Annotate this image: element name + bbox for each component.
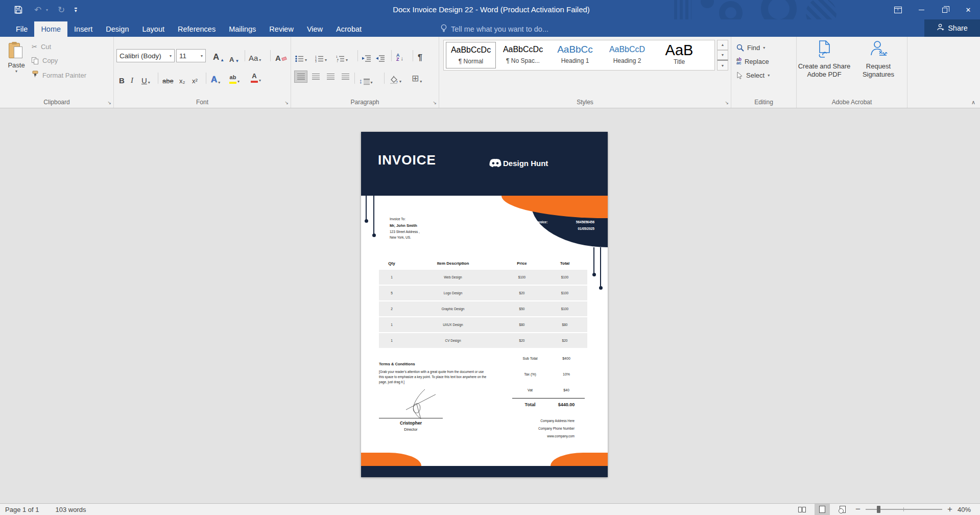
tab-mailings[interactable]: Mailings <box>222 21 262 37</box>
page-count[interactable]: Page 1 of 1 <box>5 506 39 513</box>
request-signatures-button[interactable]: Request Signatures <box>852 40 905 79</box>
text-effects-button[interactable]: A▾ <box>211 72 220 85</box>
find-button[interactable]: Find ▾ <box>736 42 765 53</box>
style-heading-1[interactable]: AaBbCc Heading 1 <box>550 42 600 68</box>
create-share-pdf-button[interactable]: Create and Share Adobe PDF <box>798 40 851 79</box>
styles-scroll-down-icon[interactable]: ▼ <box>717 50 728 60</box>
subscript-button[interactable]: x₂ <box>179 72 185 85</box>
tab-view[interactable]: View <box>300 21 329 37</box>
line-spacing-button[interactable]: ↕ ▾ <box>359 72 373 85</box>
signature-block: Cristopher Director <box>379 418 443 432</box>
align-left-button[interactable] <box>294 71 307 83</box>
format-painter-button[interactable]: Format Painter <box>32 71 86 80</box>
superscript-button[interactable]: x² <box>192 72 198 85</box>
collapse-ribbon-icon[interactable]: ∧ <box>971 99 975 106</box>
close-icon[interactable]: ✕ <box>957 0 980 19</box>
total-label: Total <box>512 402 548 407</box>
right-line-dot <box>592 273 596 276</box>
table-cell: Logo Design <box>404 291 501 295</box>
change-case-button[interactable]: Aa▾ <box>249 49 261 62</box>
print-layout-button[interactable] <box>815 504 830 515</box>
customize-quick-access-icon[interactable]: ▾ <box>75 8 77 12</box>
paste-dropdown-icon[interactable]: ▾ <box>5 69 28 74</box>
lightbulb-icon <box>440 24 447 34</box>
font-name-value: Calibri (Body) <box>119 52 161 60</box>
tab-design[interactable]: Design <box>99 21 135 37</box>
bullets-button[interactable]: ▾ <box>295 49 307 62</box>
numbering-button[interactable]: 123 ▾ <box>315 49 327 62</box>
decrease-indent-button[interactable] <box>362 49 371 62</box>
show-hide-pilcrow-button[interactable]: ¶ <box>418 49 422 62</box>
restore-icon[interactable] <box>933 0 957 19</box>
zoom-percentage[interactable]: 40% <box>958 506 971 513</box>
styles-more-icon[interactable]: ▼ <box>717 60 728 71</box>
brand-block: Design Hunt <box>489 158 548 168</box>
save-icon[interactable] <box>12 4 25 16</box>
strikethrough-button[interactable]: abe <box>162 72 174 85</box>
shrink-font-button[interactable]: A▼ <box>229 50 239 63</box>
zoom-in-icon[interactable]: + <box>947 504 952 514</box>
italic-button[interactable]: I <box>131 72 133 85</box>
client-address-1: 123 Street Address , <box>390 230 420 233</box>
document-area[interactable]: INVOICE Design Hunt Invoice: 5645656456 … <box>0 109 980 503</box>
align-right-button[interactable] <box>324 71 337 83</box>
tell-me-box[interactable]: Tell me what you want to do... <box>440 21 548 37</box>
tab-insert[interactable]: Insert <box>67 21 99 37</box>
font-size-select[interactable]: 11 ▾ <box>176 49 206 62</box>
web-layout-button[interactable] <box>835 504 850 515</box>
borders-button[interactable]: ⊞ ▾ <box>412 71 422 84</box>
zoom-out-icon[interactable]: − <box>855 504 861 514</box>
underline-button[interactable]: U▾ <box>141 72 150 85</box>
word-count[interactable]: 103 words <box>56 506 86 513</box>
style-title[interactable]: AaB Title <box>654 42 704 68</box>
styles-scroll-up-icon[interactable]: ▲ <box>717 40 728 50</box>
minimize-icon[interactable] <box>910 0 933 19</box>
style-no-spacing[interactable]: AaBbCcDc ¶ No Spac... <box>498 42 548 68</box>
clear-formatting-button[interactable]: A <box>275 49 286 62</box>
multilevel-list-button[interactable]: 1ai ▾ <box>336 49 348 62</box>
copy-icon <box>32 57 39 64</box>
invoice-page[interactable]: INVOICE Design Hunt Invoice: 5645656456 … <box>361 132 608 477</box>
increase-indent-button[interactable] <box>375 49 385 62</box>
cut-button[interactable]: ✂ Cut <box>32 43 51 51</box>
text-highlight-button[interactable]: ab ▾ <box>229 71 240 84</box>
font-color-button[interactable]: A ▾ <box>251 69 261 83</box>
font-group-label: Font <box>114 99 291 106</box>
invoice-header-band: INVOICE Design Hunt <box>361 132 608 196</box>
grow-font-button[interactable]: A▲ <box>213 49 224 62</box>
shading-button[interactable]: ▾ <box>389 71 401 84</box>
style-normal[interactable]: AaBbCcDc ¶ Normal <box>446 42 496 68</box>
tab-layout[interactable]: Layout <box>135 21 171 37</box>
tell-me-placeholder: Tell me what you want to do... <box>451 25 548 33</box>
align-center-button[interactable] <box>309 71 322 83</box>
tab-home[interactable]: Home <box>34 21 67 37</box>
sort-button[interactable]: A Z ↓ <box>396 48 403 61</box>
redo-icon[interactable]: ↻ <box>55 4 67 16</box>
invoice-table: Qty Item Description Price Total 1 Web D… <box>379 256 587 349</box>
ribbon-display-options-icon[interactable]: ↑ <box>886 0 910 19</box>
tab-acrobat[interactable]: Acrobat <box>329 21 368 37</box>
tab-references[interactable]: References <box>171 21 222 37</box>
zoom-slider[interactable] <box>866 509 942 510</box>
paste-button[interactable]: Paste ▾ <box>5 42 28 74</box>
read-mode-button[interactable] <box>794 504 809 515</box>
undo-icon[interactable]: ↶ <box>32 4 44 16</box>
share-button[interactable]: Share <box>924 19 980 37</box>
copy-button[interactable]: Copy <box>32 57 58 64</box>
col-qty: Qty <box>379 261 404 266</box>
select-button[interactable]: Select ▾ <box>736 69 770 81</box>
undo-dropdown-icon[interactable]: ▾ <box>46 8 48 12</box>
tab-file[interactable]: File <box>9 21 34 37</box>
request-signatures-icon <box>869 40 888 58</box>
style-heading-2[interactable]: AaBbCcD Heading 2 <box>602 42 652 68</box>
font-name-select[interactable]: Calibri (Body) ▾ <box>116 49 175 62</box>
replace-button[interactable]: ab ac Replace <box>736 56 769 67</box>
svg-text:3: 3 <box>315 60 317 62</box>
table-cell: Web Design <box>404 275 501 279</box>
zoom-slider-thumb[interactable] <box>877 506 880 513</box>
bold-button[interactable]: B <box>119 72 125 85</box>
justify-button[interactable] <box>339 71 352 83</box>
ribbon-tab-row: File Home Insert Design Layout Reference… <box>0 19 980 37</box>
paint-bucket-icon <box>389 76 398 84</box>
tab-review[interactable]: Review <box>262 21 300 37</box>
